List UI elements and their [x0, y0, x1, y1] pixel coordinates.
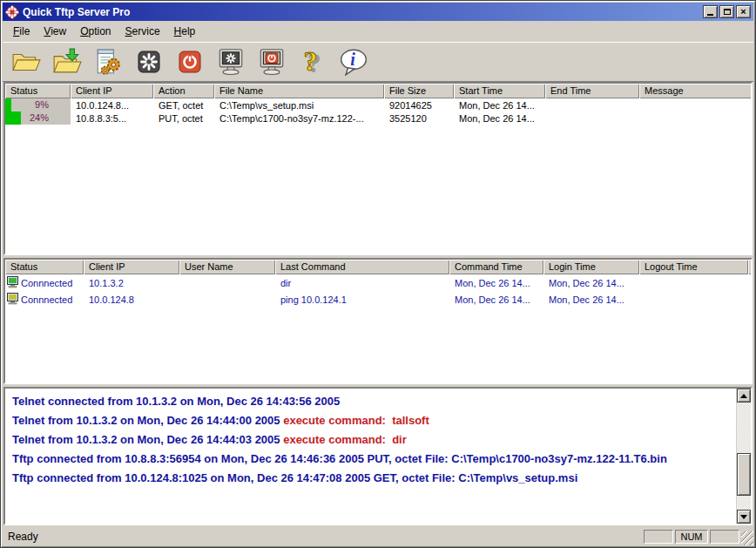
- session-last-command: ping 10.0.124.1: [275, 294, 449, 305]
- app-logo-icon: [5, 5, 19, 19]
- sessions-pane: StatusClient IPUser NameLast CommandComm…: [3, 258, 753, 384]
- scrollbar-thumb[interactable]: [737, 453, 751, 496]
- start-remote-service-button[interactable]: [214, 45, 247, 78]
- window-title: Quick Tftp Server Pro: [23, 6, 703, 18]
- start-remote-service-icon: [216, 48, 246, 76]
- menu-view[interactable]: View: [37, 24, 73, 39]
- transfer-progress: 9%: [5, 98, 71, 112]
- log-line: Telnet from 10.1.3.2 on Mon, Dec 26 14:4…: [12, 430, 729, 450]
- status-bar: Ready NUM: [3, 527, 753, 545]
- log-line: Telnet connected from 10.1.3.2 on Mon, D…: [12, 392, 729, 411]
- session-status: Connnected: [5, 276, 84, 290]
- column-header-login-time[interactable]: Login Time: [543, 260, 639, 274]
- minimize-button[interactable]: [703, 5, 718, 18]
- log-settings-icon: [94, 48, 122, 76]
- menu-bar: FileViewOptionServiceHelp: [3, 21, 753, 42]
- transfer-row[interactable]: 24%10.8.8.3:5...PUT, octetC:\Temp\c1700-…: [5, 112, 751, 125]
- session-login-time: Mon, Dec 26 14...: [543, 278, 639, 288]
- scroll-up-button[interactable]: [737, 389, 751, 403]
- start-service-button[interactable]: [132, 45, 165, 78]
- session-row[interactable]: Connnected10.1.3.2dirMon, Dec 26 14...Mo…: [5, 274, 751, 291]
- stop-service-icon: [177, 49, 203, 75]
- about-icon: i: [338, 48, 369, 76]
- scrollbar-track[interactable]: [737, 403, 751, 510]
- session-command-time: Mon, Dec 26 14...: [449, 278, 543, 288]
- menu-file[interactable]: File: [6, 24, 37, 39]
- open-folder-button[interactable]: [10, 45, 43, 78]
- terminal-icon: [7, 293, 19, 307]
- receive-folder-icon: [52, 48, 82, 76]
- close-button[interactable]: ×: [736, 5, 751, 18]
- session-status-label: Connnected: [21, 278, 72, 288]
- scroll-down-button[interactable]: [737, 510, 751, 524]
- help-button[interactable]: ? ?: [296, 45, 329, 78]
- toolbar: ? ? i: [3, 42, 753, 82]
- arrow-up-icon: [740, 394, 747, 398]
- maximize-icon: [724, 9, 731, 15]
- log-line: Telnet from 10.1.3.2 on Mon, Dec 26 14:4…: [12, 411, 729, 430]
- column-header-end-time[interactable]: End Time: [545, 84, 639, 98]
- column-header-status[interactable]: Status: [5, 260, 84, 274]
- help-icon: ? ?: [300, 47, 326, 77]
- log-text-red: execute command: tallsoft: [283, 414, 429, 427]
- resize-grip[interactable]: [741, 531, 753, 545]
- transfer-start-time: Mon, Dec 26 14...: [454, 100, 545, 111]
- svg-text:?: ?: [303, 47, 317, 77]
- transfer-row[interactable]: 9%10.0.124.8...GET, octetC:\Temp\vs_setu…: [5, 98, 751, 112]
- start-service-icon: [136, 49, 162, 75]
- sessions-header: StatusClient IPUser NameLast CommandComm…: [5, 260, 751, 274]
- session-login-time: Mon, Dec 26 14...: [543, 294, 639, 305]
- stop-remote-service-button[interactable]: [255, 45, 288, 78]
- receive-folder-button[interactable]: [51, 45, 84, 78]
- log-settings-button[interactable]: [91, 45, 125, 78]
- column-header-action[interactable]: Action: [153, 84, 214, 98]
- open-folder-icon: [11, 48, 41, 76]
- session-row[interactable]: Connnected10.0.124.8ping 10.0.124.1Mon, …: [5, 291, 751, 308]
- menu-service[interactable]: Service: [118, 24, 167, 39]
- log-line: Tftp connected from 10.0.124.8:1025 on M…: [12, 469, 729, 488]
- sessions-body: Connnected10.1.3.2dirMon, Dec 26 14...Mo…: [5, 274, 751, 382]
- transfers-body: 9%10.0.124.8...GET, octetC:\Temp\vs_setu…: [5, 98, 751, 254]
- column-header-start-time[interactable]: Start Time: [454, 84, 545, 98]
- status-message: Ready: [3, 531, 644, 543]
- minimize-icon: [707, 14, 713, 16]
- column-header-file-size[interactable]: File Size: [384, 84, 454, 98]
- transfers-pane: StatusClient IPActionFile NameFile SizeS…: [3, 82, 753, 255]
- app-window: Quick Tftp Server Pro × FileViewOptionSe…: [0, 0, 756, 548]
- column-header-user-name[interactable]: User Name: [179, 260, 275, 274]
- column-header-client-ip[interactable]: Client IP: [71, 84, 153, 98]
- column-header-status[interactable]: Status: [5, 84, 71, 98]
- about-button[interactable]: i: [337, 45, 370, 78]
- log-text-blue: Telnet from 10.1.3.2 on Mon, Dec 26 14:4…: [12, 414, 283, 427]
- transfer-file-size: 92014625: [384, 100, 454, 111]
- stop-remote-service-icon: [257, 48, 287, 76]
- arrow-down-icon: [740, 515, 747, 519]
- column-header-client-ip[interactable]: Client IP: [84, 260, 179, 274]
- transfer-file-name: C:\Temp\vs_setup.msi: [214, 100, 384, 111]
- window-controls: ×: [703, 5, 751, 18]
- session-last-command: dir: [275, 278, 449, 288]
- column-header-logout-time[interactable]: Logout Time: [639, 260, 748, 274]
- stop-service-button[interactable]: [173, 45, 206, 78]
- log-pane: Telnet connected from 10.1.3.2 on Mon, D…: [3, 387, 753, 525]
- transfer-action: PUT, octet: [153, 113, 214, 124]
- log-scrollbar[interactable]: [736, 389, 751, 524]
- status-panel-1: [644, 530, 673, 544]
- progress-percent-label: 24%: [5, 112, 49, 123]
- status-panel-2: [710, 530, 739, 544]
- column-header-command-time[interactable]: Command Time: [449, 260, 543, 274]
- menu-option[interactable]: Option: [73, 24, 118, 39]
- log-text-blue: Telnet from 10.1.3.2 on Mon, Dec 26 14:4…: [12, 433, 283, 446]
- session-command-time: Mon, Dec 26 14...: [449, 294, 543, 305]
- column-header-file-name[interactable]: File Name: [214, 84, 384, 98]
- log-line: Tftp connected from 10.8.8.3:56954 on Mo…: [12, 450, 729, 469]
- column-header-message[interactable]: Message: [639, 84, 753, 98]
- column-header-last-command[interactable]: Last Command: [275, 260, 449, 274]
- progress-percent-label: 9%: [5, 99, 49, 110]
- transfer-progress: 24%: [5, 112, 71, 125]
- log-content: Telnet connected from 10.1.3.2 on Mon, D…: [5, 389, 736, 524]
- num-lock-indicator: NUM: [675, 530, 708, 544]
- menu-help[interactable]: Help: [167, 24, 203, 39]
- maximize-button[interactable]: [719, 5, 734, 18]
- log-text-red: execute command: dir: [283, 433, 407, 446]
